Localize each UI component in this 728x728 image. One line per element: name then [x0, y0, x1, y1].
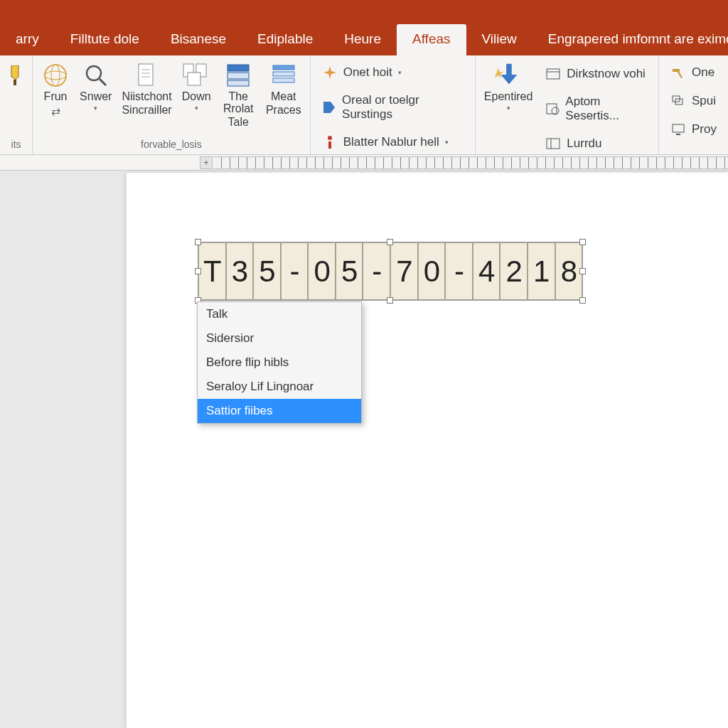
chevron-down-icon: ▾: [507, 105, 510, 112]
ctx-item-talk[interactable]: Talk: [198, 302, 361, 326]
table-cell[interactable]: 7: [390, 242, 418, 300]
table-row: T 3 5 - 0 5 - 7 0 - 4 2 1 8: [198, 242, 582, 300]
tab-engrapered[interactable]: Engrapered imfomnt are eximction.: [532, 24, 728, 55]
globe-icon: [41, 61, 70, 90]
ruler-corner[interactable]: +: [200, 156, 213, 169]
svg-rect-12: [188, 73, 200, 85]
star-arrow-icon: [494, 61, 523, 90]
table-cell[interactable]: 8: [555, 242, 583, 300]
ribbon-btn-meat[interactable]: Meat Praces: [266, 60, 301, 117]
svg-rect-16: [273, 65, 294, 70]
window-icon: [545, 66, 561, 82]
resize-handle[interactable]: [579, 268, 586, 274]
group-label-g4: [659, 150, 728, 154]
ribbon-item-onet[interactable]: Onet hoit ▾: [319, 63, 405, 82]
sparkle-icon: [322, 65, 338, 80]
ribbon-item-lurrdu[interactable]: Lurrdu: [542, 134, 650, 154]
layout-icon: [545, 136, 561, 151]
chevron-down-icon: ▾: [195, 105, 198, 112]
ribbon-btn-label: Niistchont: [122, 91, 171, 103]
svg-rect-17: [273, 72, 294, 76]
ribbon-btn-rrolat[interactable]: The Rrolat Tale: [221, 60, 256, 128]
table-cell[interactable]: 4: [473, 242, 500, 300]
svg-rect-14: [228, 73, 249, 79]
ribbon-btn-label: Frun: [44, 91, 68, 103]
svg-rect-13: [228, 65, 249, 71]
ctx-item-sattior[interactable]: Sattior fiibes: [198, 399, 361, 423]
svg-rect-18: [273, 78, 294, 82]
ribbon-item-label: Spui: [692, 94, 716, 108]
ribbon-item-proy[interactable]: Proy: [668, 119, 719, 139]
tab-affeas[interactable]: Affeas: [397, 24, 466, 55]
chevron-icon: ⇄: [51, 105, 60, 118]
ribbon-btn-label: Down: [182, 91, 211, 103]
magnifier-icon: [82, 61, 110, 90]
tab-bisanese[interactable]: Bisanese: [155, 24, 242, 55]
group-label-its: its: [0, 139, 32, 154]
ribbon-item-label: Dirkstnow vohi: [567, 67, 646, 81]
stacks-icon: [670, 93, 686, 109]
chevron-down-icon: ▾: [398, 69, 402, 76]
ribbon-item-aptom[interactable]: Aptom Sesertis...: [542, 92, 650, 125]
ribbon-item-label: Oreal or toelgr Surstings: [342, 93, 464, 122]
ribbon-btn-snwer[interactable]: Snwer ▾: [80, 60, 112, 112]
table-cell[interactable]: 5: [336, 242, 363, 300]
table-cell[interactable]: 1: [528, 242, 555, 300]
ribbon-item-label: Lurrdu: [567, 136, 601, 151]
svg-rect-21: [547, 69, 560, 79]
tab-ediplable[interactable]: Ediplable: [242, 24, 328, 55]
resize-handle[interactable]: [387, 239, 393, 245]
info-icon: [322, 134, 338, 150]
ribbon-item-one[interactable]: One: [668, 63, 717, 82]
svg-rect-25: [547, 139, 560, 149]
resize-handle[interactable]: [195, 239, 201, 245]
ribbon-btn-label: Epentired: [484, 91, 533, 103]
ribbon-btn-label2: Tale: [228, 117, 249, 129]
tab-view[interactable]: Viliew: [466, 24, 532, 55]
ctx-item-seraloy[interactable]: Seraloy Lif Lingnoar: [198, 375, 361, 399]
list-icon: [269, 61, 298, 90]
table-cell[interactable]: -: [281, 242, 309, 300]
ribbon-item-oreal[interactable]: Oreal or toelgr Surstings: [319, 91, 466, 124]
resize-handle[interactable]: [195, 268, 201, 274]
table-cell[interactable]: 2: [500, 242, 528, 300]
svg-point-2: [45, 71, 66, 80]
table-cell[interactable]: 5: [253, 242, 281, 300]
resize-handle[interactable]: [579, 297, 586, 304]
svg-rect-20: [328, 141, 331, 149]
table-cell[interactable]: T: [198, 242, 226, 300]
chevron-down-icon: ▾: [94, 105, 97, 112]
table-cell[interactable]: 0: [418, 242, 446, 300]
ribbon-btn-niistchont[interactable]: Niistchont Sincrailler: [122, 60, 171, 117]
ribbon-btn-down[interactable]: Down ▾: [182, 60, 211, 112]
tab-heure[interactable]: Heure: [328, 24, 397, 55]
table-cell[interactable]: 0: [308, 242, 336, 300]
svg-point-3: [51, 65, 60, 86]
ribbon-tabs: arry Filltute dole Bisanese Ediplable He…: [0, 23, 728, 55]
ctx-item-sidersior[interactable]: Sidersior: [198, 326, 361, 350]
ctx-item-before-flip[interactable]: Before flip hibls: [198, 350, 361, 375]
ribbon-item-spui[interactable]: Spui: [668, 91, 719, 111]
titlebar: [0, 0, 728, 23]
tab-arry[interactable]: arry: [0, 24, 55, 55]
resize-handle[interactable]: [387, 297, 393, 304]
ribbon-btn-frun[interactable]: Frun ⇄: [41, 60, 70, 118]
selected-table[interactable]: T 3 5 - 0 5 - 7 0 - 4 2 1 8: [198, 242, 583, 301]
svg-point-1: [45, 65, 66, 86]
tab-filltute[interactable]: Filltute dole: [55, 24, 155, 55]
resize-handle[interactable]: [579, 239, 586, 245]
ribbon-item-dirkstnow[interactable]: Dirkstnow vohi: [542, 64, 650, 84]
ribbon-item-label: Aptom Sesertis...: [565, 95, 647, 123]
svg-rect-6: [139, 64, 153, 85]
page-icon: [133, 61, 161, 90]
table-cell[interactable]: 3: [226, 242, 254, 300]
ribbon-btn-its[interactable]: [3, 60, 31, 90]
ribbon-btn-label2: Sincrailler: [122, 105, 171, 117]
ribbon-btn-epentired[interactable]: Epentired ▾: [484, 60, 533, 112]
ribbon-item-blatter[interactable]: Blatter Nablur hell ▾: [319, 132, 451, 152]
table-cell[interactable]: -: [363, 242, 390, 300]
brush-icon: [3, 61, 31, 90]
ribbon: its Frun ⇄ Snwer ▾ Niistch: [0, 55, 728, 155]
horizontal-ruler[interactable]: [213, 156, 728, 169]
table-cell[interactable]: -: [445, 242, 473, 300]
